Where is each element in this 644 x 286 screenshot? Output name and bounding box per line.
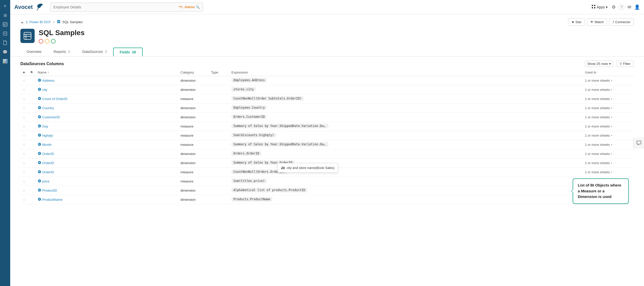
table-container: ★ ⚑ Name ↑ Category Type Expression Used… (10, 69, 644, 204)
dot-green (51, 39, 56, 44)
col-header-flag: ⚑ (28, 69, 36, 76)
field-name-7[interactable]: Month (38, 142, 177, 147)
field-icon-8 (38, 152, 41, 156)
table-row: ☆ ProductID dimension Alphabetical list … (20, 186, 634, 195)
row-star-0[interactable]: ☆ (22, 79, 26, 83)
dot-red (39, 39, 43, 44)
field-name-11[interactable]: price (38, 179, 177, 183)
used-in-text-5: 1 or more sheets (585, 124, 610, 128)
alation-label: Alation (184, 5, 195, 9)
field-usedin-2[interactable]: 1 or more sheets ▾ (585, 97, 632, 101)
search-icon: 🔍 (196, 5, 200, 9)
row-star-4[interactable]: ☆ (22, 115, 26, 119)
field-category-8: dimension (179, 149, 209, 159)
row-star-9[interactable]: ☆ (22, 161, 26, 165)
apps-button[interactable]: Apps ▾ (592, 5, 608, 9)
used-in-text-2: 1 or more sheets (585, 97, 610, 101)
document-nav-icon[interactable] (1, 39, 9, 47)
star-button[interactable]: ★ Star (568, 18, 585, 26)
search-input[interactable] (53, 5, 176, 9)
tab-fields[interactable]: Fields 28 (113, 48, 143, 56)
field-usedin-5[interactable]: 1 or more sheets ▾ (585, 124, 632, 128)
help-icon[interactable]: ? (619, 4, 624, 10)
field-name-2[interactable]: Count of OrderID (38, 97, 177, 101)
field-usedin-0[interactable]: 1 or more sheets ▾ (585, 79, 632, 82)
field-icon-0 (38, 78, 41, 83)
field-name-5[interactable]: Day (38, 124, 177, 128)
field-name-3[interactable]: Country (38, 106, 177, 110)
field-name-4[interactable]: CustomerID (38, 115, 177, 119)
status-dots (39, 39, 85, 44)
row-star-8[interactable]: ☆ (22, 152, 26, 156)
row-star-11[interactable]: ☆ (22, 179, 26, 183)
field-name-6[interactable]: highqty (38, 133, 177, 138)
table-row: ☆ Count of OrderID measure CountNonNull(… (20, 94, 634, 104)
used-in-text-10: 1 or more sheets (585, 170, 610, 174)
show-rows-select[interactable]: Show 25 rows ▾ (585, 61, 613, 67)
field-usedin-9[interactable]: 1 or more sheets ▾ (585, 161, 632, 165)
field-usedin-7[interactable]: 1 or more sheets ▾ (585, 143, 632, 147)
watch-button[interactable]: 👁 Watch (587, 18, 607, 26)
field-category-0: dimension (179, 76, 209, 85)
field-name-12[interactable]: ProductID (38, 188, 177, 193)
row-star-5[interactable]: ☆ (22, 124, 26, 128)
row-star-13[interactable]: ☆ (22, 198, 26, 202)
row-star-12[interactable]: ☆ (22, 189, 26, 193)
field-name-text-9: OrderID (42, 161, 54, 165)
field-expression-2: CountNonNull(Order Subtotals.OrderID) (232, 96, 304, 101)
field-name-8[interactable]: OrderID (38, 152, 177, 156)
field-usedin-8[interactable]: 1 or more sheets ▾ (585, 152, 632, 156)
used-in-text-3: 1 or more sheets (585, 106, 610, 110)
table-row: ☆ OrderID dimension Orders.OrderID 1 or … (20, 149, 634, 159)
gear-icon[interactable]: ⚙ (612, 4, 616, 10)
field-type-5 (209, 122, 230, 131)
table-row: ☆ highqty measure Sum(discounts.highqty)… (20, 131, 634, 140)
field-category-10: measure (179, 168, 209, 177)
tab-datasources[interactable]: DataSources 3 (76, 48, 113, 56)
chat-bubble[interactable] (634, 138, 644, 148)
field-name-13[interactable]: ProductName (38, 197, 177, 202)
field-name-10[interactable]: OrderID (38, 170, 177, 174)
field-name-1[interactable]: city (38, 88, 177, 92)
message-icon[interactable]: ✉ (627, 4, 631, 10)
connector-button[interactable]: ⤴ Connector (609, 18, 634, 26)
tab-overview[interactable]: Overview (20, 48, 47, 56)
tab-fields-label: Fields (120, 50, 130, 54)
table-nav-icon[interactable] (1, 20, 9, 28)
field-usedin-1[interactable]: 1 or more sheets ▾ (585, 88, 632, 92)
user-icon[interactable]: 👤 (634, 4, 640, 10)
chat-nav-icon[interactable]: 💬 (1, 48, 9, 56)
grid-nav-icon[interactable]: ⊞ (1, 11, 9, 19)
row-star-3[interactable]: ☆ (22, 106, 26, 110)
breadcrumb-parent[interactable]: 2. Power BI OCF (26, 20, 51, 24)
row-star-6[interactable]: ☆ (22, 134, 26, 138)
row-star-10[interactable]: ☆ (22, 170, 26, 174)
section-title: DataSources Columns (20, 62, 64, 66)
filter-button[interactable]: ▽ Filter (616, 61, 634, 67)
tab-reports[interactable]: Reports 0 (47, 48, 76, 56)
field-usedin-3[interactable]: 1 or more sheets ▾ (585, 106, 632, 110)
col-header-name[interactable]: Name ↑ (36, 69, 179, 76)
row-star-1[interactable]: ☆ (22, 88, 26, 92)
chart-nav-icon[interactable]: 📊 (1, 57, 9, 65)
connector-label: Connector (615, 20, 630, 24)
connector-icon: ⤴ (612, 20, 614, 24)
used-in-chevron-2: ▾ (611, 97, 612, 100)
field-name-9[interactable]: OrderID (38, 161, 177, 165)
search-bar[interactable]: Alation 🔍 (50, 3, 203, 12)
menu-icon[interactable]: ≡ (1, 2, 9, 10)
svg-point-7 (41, 4, 42, 5)
callout-box: List of BI Objects where a Measure or a … (573, 178, 629, 204)
svg-rect-35 (283, 166, 283, 169)
row-star-2[interactable]: ☆ (22, 97, 26, 101)
used-in-chevron-4: ▾ (611, 116, 612, 119)
layers-nav-icon[interactable] (1, 30, 9, 38)
row-star-7[interactable]: ☆ (22, 143, 26, 147)
field-name-0[interactable]: Address (38, 78, 177, 83)
dot-yellow (45, 39, 49, 44)
field-usedin-10[interactable]: 1 or more sheets ▾ (585, 170, 632, 174)
field-icon-4 (38, 115, 41, 119)
field-usedin-4[interactable]: 1 or more sheets ▾ (585, 115, 632, 119)
field-usedin-6[interactable]: 1 or more sheets ▾ (585, 134, 632, 137)
brand-logo[interactable]: Avocet (14, 2, 44, 12)
